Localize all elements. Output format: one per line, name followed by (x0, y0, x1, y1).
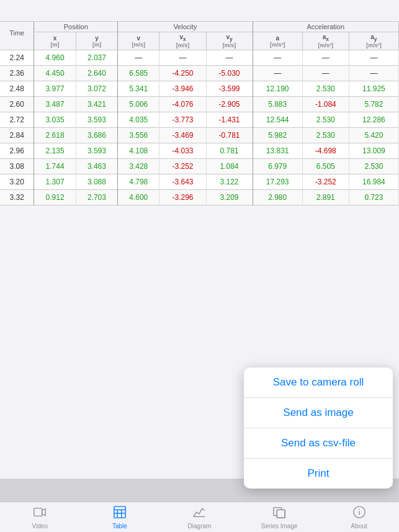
send-as-image-button[interactable]: Send as image (244, 398, 393, 428)
tab-diagram[interactable]: Diagram (159, 502, 240, 532)
status-bar (0, 0, 399, 12)
table-cell: 3.556 (118, 128, 159, 143)
table-row: 2.483.9773.0725.341-3.946-3.59912.1902.5… (0, 81, 399, 97)
tab-video-label: Video (32, 523, 48, 530)
tab-diagram-label: Diagram (188, 523, 212, 530)
table-cell: 4.960 (34, 50, 76, 66)
table-cell: 3.20 (0, 174, 34, 190)
table-row: 2.244.9602.037—————— (0, 50, 399, 66)
table-cell: -3.946 (159, 81, 206, 97)
table-cell: 2.48 (0, 81, 34, 97)
velocity-header: Velocity (118, 22, 253, 32)
send-as-csv-button[interactable]: Send as csv-file (244, 428, 393, 459)
acceleration-header: Acceleration (253, 22, 398, 32)
table-row: 3.081.7443.4633.428-3.2521.0846.9796.505… (0, 159, 399, 174)
table-cell: 2.96 (0, 143, 34, 159)
table-cell: -1.431 (206, 112, 253, 128)
table-cell: 2.530 (302, 128, 349, 143)
table-cell: 4.108 (118, 143, 159, 159)
tab-video[interactable]: Video (0, 502, 80, 532)
table-cell: -3.643 (159, 174, 206, 190)
table-cell: 2.640 (76, 66, 117, 81)
table-cell: 0.912 (34, 190, 76, 205)
table-cell: -3.773 (159, 112, 206, 128)
table-cell: 3.08 (0, 159, 34, 174)
svg-rect-9 (277, 510, 285, 518)
table-cell: -3.252 (159, 159, 206, 174)
tab-series-image[interactable]: Series Image (240, 502, 320, 532)
ay-header: ay[m/s²] (349, 32, 398, 50)
table-icon (113, 505, 127, 521)
diagram-icon (192, 505, 206, 521)
table-cell: 3.122 (206, 174, 253, 190)
action-menu: Save to camera roll Send as image Send a… (244, 367, 393, 489)
table-cell: 2.891 (302, 190, 349, 205)
table-cell: 3.463 (76, 159, 117, 174)
table-cell: 1.744 (34, 159, 76, 174)
table-container: Time Position Velocity Acceleration x[m]… (0, 22, 399, 205)
table-cell: 12.190 (253, 81, 302, 97)
table-cell: 6.979 (253, 159, 302, 174)
table-cell: 5.420 (349, 128, 398, 143)
table-cell: — (159, 50, 206, 66)
table-cell: -4.076 (159, 97, 206, 112)
table-cell: 3.593 (76, 143, 117, 159)
table-row: 3.201.3073.0884.798-3.6433.12217.293-3.2… (0, 174, 399, 190)
about-icon (352, 505, 366, 521)
svg-rect-0 (34, 508, 42, 516)
svg-marker-1 (42, 508, 46, 515)
table-cell: 2.530 (302, 81, 349, 97)
table-cell: -4.698 (302, 143, 349, 159)
table-cell: 2.618 (34, 128, 76, 143)
table-cell: — (302, 66, 349, 81)
table-cell: 0.781 (206, 143, 253, 159)
sub-header-row: x[m] y[m] v[m/s] vx[m/s] vy[m/s] a[m/s²]… (0, 32, 399, 50)
time-header: Time (0, 22, 34, 50)
tab-bar: Video Table Diagram (0, 502, 399, 532)
table-cell: — (253, 66, 302, 81)
table-cell: 4.035 (118, 112, 159, 128)
table-cell: 2.703 (76, 190, 117, 205)
svg-rect-2 (114, 506, 125, 517)
table-cell: 2.36 (0, 66, 34, 81)
table-cell: 3.686 (76, 128, 117, 143)
tab-table-label: Table (112, 523, 127, 530)
save-camera-roll-button[interactable]: Save to camera roll (244, 367, 393, 398)
table-cell: 3.487 (34, 97, 76, 112)
table-cell: — (302, 50, 349, 66)
table-cell: 16.984 (349, 174, 398, 190)
table-cell: 5.006 (118, 97, 159, 112)
a-header: a[m/s²] (253, 32, 302, 50)
table-cell: 3.977 (34, 81, 76, 97)
table-cell: -3.599 (206, 81, 253, 97)
table-cell: 11.925 (349, 81, 398, 97)
table-cell: 1.307 (34, 174, 76, 190)
table-cell: 3.428 (118, 159, 159, 174)
table-cell: 3.088 (76, 174, 117, 190)
table-cell: 12.544 (253, 112, 302, 128)
table-cell: -2.905 (206, 97, 253, 112)
table-cell: 13.009 (349, 143, 398, 159)
tab-table[interactable]: Table (80, 502, 160, 532)
vx-header: vx[m/s] (159, 32, 206, 50)
print-button[interactable]: Print (244, 459, 393, 489)
table-cell: 3.209 (206, 190, 253, 205)
table-cell: 1.084 (206, 159, 253, 174)
position-header: Position (34, 22, 118, 32)
tab-about[interactable]: About (319, 502, 399, 532)
table-cell: 5.883 (253, 97, 302, 112)
table-cell: — (349, 50, 398, 66)
vy-header: vy[m/s] (206, 32, 253, 50)
table-cell: 3.072 (76, 81, 117, 97)
table-cell: 2.72 (0, 112, 34, 128)
y-header: y[m] (76, 32, 117, 50)
table-cell: 2.84 (0, 128, 34, 143)
tab-about-label: About (351, 523, 367, 530)
table-row: 2.962.1353.5934.108-4.0330.78113.831-4.6… (0, 143, 399, 159)
svg-point-13 (359, 508, 359, 509)
table-cell: 2.980 (253, 190, 302, 205)
table-cell: 2.530 (349, 159, 398, 174)
table-cell: 3.421 (76, 97, 117, 112)
table-cell: 4.600 (118, 190, 159, 205)
table-row: 3.320.9122.7034.600-3.2963.2092.9802.891… (0, 190, 399, 205)
